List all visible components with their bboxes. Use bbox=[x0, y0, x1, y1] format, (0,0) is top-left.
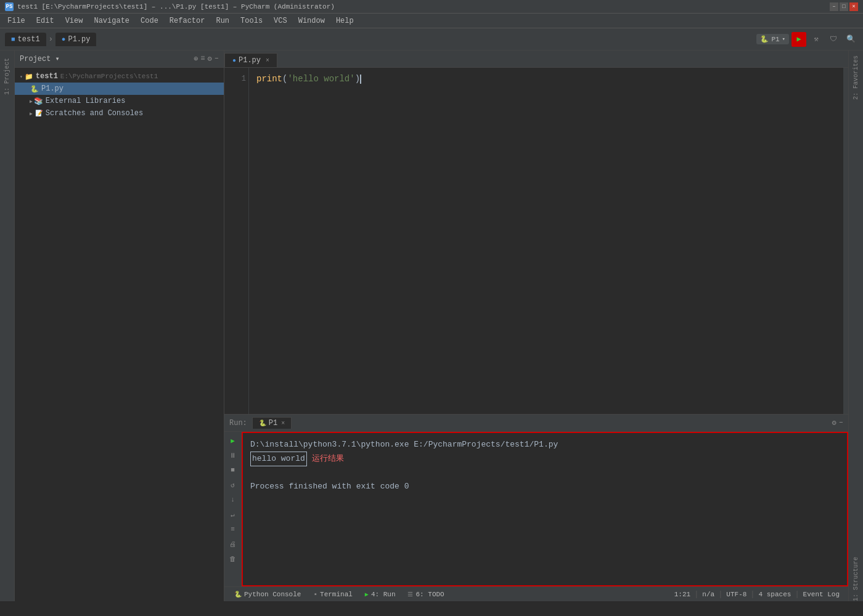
line-numbers: 1 bbox=[224, 68, 249, 414]
run-status-icon: ▶ bbox=[365, 591, 369, 598]
terminal-status[interactable]: ▪ Terminal bbox=[308, 587, 357, 601]
main-layout: 1: Project Project ▾ ⊕ ≡ ⚙ – ▾ 📁 test1 E… bbox=[0, 51, 863, 601]
todo-icon: ☰ bbox=[407, 591, 413, 598]
run-delete-btn[interactable]: 🗑 bbox=[227, 553, 239, 565]
run-button[interactable]: ▶ bbox=[791, 32, 806, 47]
extlibs-label: External Libraries bbox=[46, 97, 126, 105]
file-tab-label: P1.py bbox=[68, 35, 90, 44]
menu-file[interactable]: File bbox=[2, 15, 30, 26]
menu-run[interactable]: Run bbox=[211, 15, 234, 26]
build-button[interactable]: ⚒ bbox=[809, 32, 824, 47]
editor-scrollbar[interactable] bbox=[843, 68, 848, 414]
python-console-status[interactable]: 🐍 Python Console bbox=[229, 587, 306, 601]
favorites-label[interactable]: 2: Favorites bbox=[853, 55, 859, 100]
run-print-btn[interactable]: 🖨 bbox=[227, 538, 239, 550]
menu-window[interactable]: Window bbox=[293, 15, 330, 26]
run-sort-btn[interactable]: ≡ bbox=[227, 523, 239, 535]
run-tab-close[interactable]: × bbox=[281, 420, 285, 427]
run-output-result: hello world bbox=[250, 452, 307, 466]
status-encoding: UTF-8 bbox=[722, 591, 750, 598]
file-tab[interactable]: ● P1.py bbox=[55, 33, 97, 46]
run-settings-icon[interactable]: ⚙ bbox=[832, 418, 836, 428]
run-stop-side-btn[interactable]: ■ bbox=[227, 464, 239, 476]
menu-code[interactable]: Code bbox=[136, 15, 163, 26]
breadcrumb-icon: ■ bbox=[11, 36, 15, 43]
menu-refactor[interactable]: Refactor bbox=[165, 15, 210, 26]
run-play-icon: ▶ bbox=[796, 34, 801, 44]
run-rerun-side-btn[interactable]: ↺ bbox=[227, 479, 239, 491]
p1py-label: P1.py bbox=[41, 84, 63, 93]
run-config-selector[interactable]: 🐍 P1 ▾ bbox=[756, 34, 789, 44]
menu-tools[interactable]: Tools bbox=[235, 15, 268, 26]
run-wrap-text-btn[interactable]: ↵ bbox=[227, 508, 239, 521]
expand-arrow-icon: ▾ bbox=[20, 74, 23, 79]
ext-libs-icon: 📚 bbox=[34, 96, 44, 106]
editor-content: 1 print('hello world') bbox=[224, 68, 848, 414]
run-status[interactable]: ▶ 4: Run bbox=[360, 587, 401, 601]
search-everywhere-button[interactable]: 🔍 bbox=[843, 32, 858, 47]
py-file-icon: 🐍 bbox=[30, 84, 39, 94]
run-tab-p1[interactable]: 🐍 P1 × bbox=[252, 417, 292, 429]
breadcrumb-sep: › bbox=[49, 35, 53, 44]
project-panel-title: Project ▾ bbox=[20, 54, 194, 63]
run-play-side-btn[interactable]: ▶ bbox=[227, 434, 239, 447]
editor-tab-close[interactable]: × bbox=[266, 57, 269, 64]
tree-item-scratches[interactable]: ▶ 📝 Scratches and Consoles bbox=[15, 107, 224, 120]
toolbar-right: 🐍 P1 ▾ ▶ ⚒ 🛡 🔍 bbox=[756, 32, 858, 47]
search-icon: 🔍 bbox=[846, 34, 856, 44]
bottom-panel: Run: 🐍 P1 × ⚙ – ▶ ⏸ ■ ↺ ↓ bbox=[224, 414, 848, 586]
scratches-icon: 📝 bbox=[34, 108, 44, 118]
menu-navigate[interactable]: Navigate bbox=[89, 15, 134, 26]
menu-vcs[interactable]: VCS bbox=[269, 15, 292, 26]
collapse-all-icon[interactable]: ≡ bbox=[200, 54, 205, 63]
structure-label[interactable]: 1: Structure bbox=[853, 557, 859, 601]
terminal-icon: ▪ bbox=[313, 591, 317, 598]
menu-help[interactable]: Help bbox=[331, 15, 359, 26]
run-scroll-down-btn[interactable]: ↓ bbox=[227, 493, 239, 506]
extlibs-arrow-icon: ▶ bbox=[30, 99, 33, 104]
settings-icon[interactable]: ⚙ bbox=[208, 54, 212, 63]
window-title: test1 [E:\PycharmProjects\test1] – ...\P… bbox=[17, 3, 830, 10]
project-strip-label[interactable]: 1: Project bbox=[2, 55, 12, 97]
project-toolbar-icons: ⊕ ≡ ⚙ – bbox=[194, 54, 219, 63]
tree-item-p1py[interactable]: 🐍 P1.py bbox=[15, 83, 224, 95]
run-header-icons: ⚙ – bbox=[832, 418, 843, 428]
breadcrumb-label: test1 bbox=[18, 35, 40, 44]
tree-item-extlibs[interactable]: ▶ 📚 External Libraries bbox=[15, 95, 224, 107]
config-py-icon: 🐍 bbox=[760, 35, 769, 43]
run-output-exit: Process finished with exit code 0 bbox=[250, 466, 840, 493]
code-close-paren: ) bbox=[355, 74, 360, 84]
minimize-button[interactable]: – bbox=[830, 2, 838, 11]
run-pause-side-btn[interactable]: ⏸ bbox=[227, 449, 239, 461]
config-name: P1 bbox=[771, 36, 779, 43]
run-content-wrapper: ▶ ⏸ ■ ↺ ↓ ↵ ≡ 🖨 🗑 D:\install\python3.7.1… bbox=[224, 432, 848, 586]
left-strip: 1: Project bbox=[0, 51, 15, 601]
root-path: E:\PycharmProjects\test1 bbox=[60, 73, 158, 80]
run-sidebar: ▶ ⏸ ■ ↺ ↓ ↵ ≡ 🖨 🗑 bbox=[224, 432, 242, 586]
project-panel-header: Project ▾ ⊕ ≡ ⚙ – bbox=[15, 51, 224, 68]
menu-edit[interactable]: Edit bbox=[31, 15, 59, 26]
editor-container: ● P1.py × 1 print('hello world') Run: bbox=[224, 51, 848, 601]
editor-tab-p1py[interactable]: ● P1.py × bbox=[224, 53, 277, 67]
status-na: n/a bbox=[698, 591, 718, 598]
event-log-link[interactable]: Event Log bbox=[800, 591, 843, 598]
maximize-button[interactable]: □ bbox=[840, 2, 848, 11]
window-controls[interactable]: – □ × bbox=[830, 2, 858, 11]
breadcrumb-tab[interactable]: ■ test1 bbox=[5, 33, 46, 46]
close-button[interactable]: × bbox=[849, 2, 858, 11]
project-panel: Project ▾ ⊕ ≡ ⚙ – ▾ 📁 test1 E:\PycharmPr… bbox=[15, 51, 224, 601]
hide-icon[interactable]: – bbox=[215, 54, 219, 63]
run-panel-header: Run: 🐍 P1 × ⚙ – bbox=[224, 415, 848, 432]
run-output: D:\install\python3.7.1\python.exe E:/Pyc… bbox=[242, 432, 848, 586]
tree-item-root[interactable]: ▾ 📁 test1 E:\PycharmProjects\test1 bbox=[15, 70, 224, 83]
status-coords: 1:21 bbox=[671, 591, 694, 598]
coverage-button[interactable]: 🛡 bbox=[826, 32, 841, 47]
run-minimize-icon[interactable]: – bbox=[839, 418, 843, 428]
editor-area: ● P1.py × 1 print('hello world') bbox=[224, 51, 848, 414]
menu-view[interactable]: View bbox=[60, 15, 88, 26]
run-output-exit-msg: Process finished with exit code 0 bbox=[250, 482, 409, 491]
editor-tab-label: P1.py bbox=[239, 56, 261, 65]
sync-files-icon[interactable]: ⊕ bbox=[194, 54, 198, 63]
todo-status[interactable]: ☰ 6: TODO bbox=[403, 587, 449, 601]
code-area[interactable]: print('hello world') bbox=[249, 68, 843, 414]
